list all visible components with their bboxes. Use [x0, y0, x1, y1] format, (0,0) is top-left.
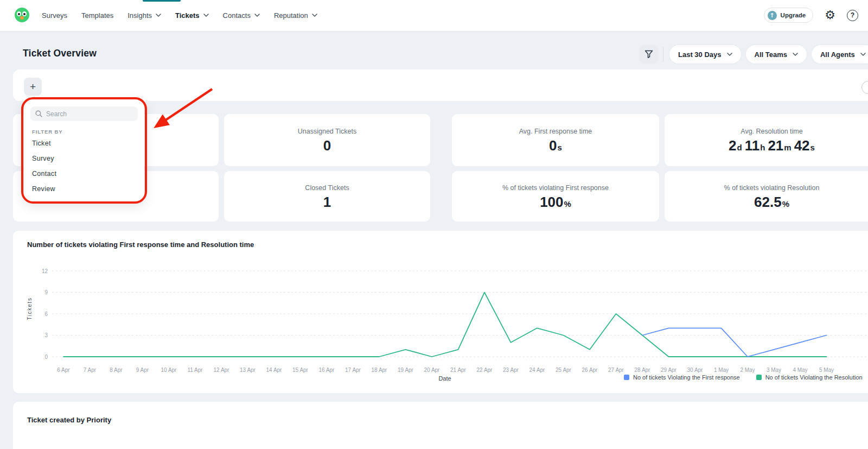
filter-option-ticket[interactable]: Ticket [30, 136, 138, 151]
primary-nav: SurveysTemplatesInsightsTicketsContactsR… [42, 0, 317, 30]
chevron-down-icon [793, 53, 798, 56]
add-widget-button[interactable]: + [24, 78, 42, 96]
priority-chart-title: Ticket created by Priority [27, 416, 111, 424]
svg-text:12: 12 [42, 268, 48, 274]
priority-chart-card: Ticket created by Priority [13, 402, 868, 449]
chevron-down-icon [727, 53, 732, 56]
legend-swatch [624, 375, 629, 380]
svg-text:13 Apr: 13 Apr [240, 367, 256, 373]
header-filter-dropdowns: Last 30 DaysAll TeamsAll Agents [669, 45, 868, 64]
upgrade-arrow-icon: ↑ [768, 11, 777, 20]
stat-value: 0 [323, 138, 331, 153]
svg-text:28 Apr: 28 Apr [635, 367, 651, 373]
stat-value: 62.5% [754, 195, 789, 209]
pill-label: All Agents [820, 50, 855, 59]
logo-eye [17, 11, 21, 16]
svg-text:29 Apr: 29 Apr [661, 367, 677, 373]
nav-item-reputation[interactable]: Reputation [274, 11, 317, 20]
legend-item: No of tickets Violating the Resolution [756, 374, 863, 381]
svg-text:0: 0 [44, 354, 48, 360]
stat-card-avg-first-response-time: Avg. First response time0s [452, 114, 659, 166]
stat-card-of-tickets-violating-first-response: % of tickets violating First response100… [452, 171, 659, 222]
upgrade-button[interactable]: ↑ Upgrade [764, 8, 814, 23]
filter-dropdown-all-teams[interactable]: All Teams [746, 45, 807, 64]
stat-card-of-tickets-violating-resolution: % of tickets violating Resolution62.5% [665, 171, 868, 222]
funnel-icon [644, 50, 653, 59]
svg-text:17 Apr: 17 Apr [345, 367, 361, 373]
svg-text:27 Apr: 27 Apr [608, 367, 624, 373]
svg-text:9: 9 [44, 289, 48, 295]
nav-item-label: Tickets [175, 11, 200, 20]
nav-item-label: Insights [127, 11, 152, 20]
clipped-circle-icon[interactable] [861, 81, 868, 94]
svg-text:18 Apr: 18 Apr [372, 367, 388, 373]
legend-item: No of tickets Violating the First respon… [624, 374, 740, 381]
svg-text:6 Apr: 6 Apr [57, 367, 70, 373]
popover-search [30, 106, 138, 121]
nav-item-label: Surveys [42, 11, 67, 20]
svg-text:8 Apr: 8 Apr [110, 367, 123, 373]
chevron-down-icon [254, 14, 260, 17]
page-title: Ticket Overview [23, 48, 97, 59]
filter-funnel-button[interactable] [640, 45, 658, 64]
chevron-down-icon [156, 14, 161, 17]
filter-option-review[interactable]: Review [30, 181, 138, 197]
svg-text:16 Apr: 16 Apr [319, 367, 335, 373]
pill-label: Last 30 Days [678, 50, 722, 59]
stat-value: 1 [323, 195, 331, 209]
svg-text:20 Apr: 20 Apr [424, 367, 441, 373]
pill-label: All Teams [755, 50, 787, 59]
filter-dropdown-all-agents[interactable]: All Agents [812, 45, 868, 64]
svg-text:25 Apr: 25 Apr [556, 367, 572, 373]
svg-text:3 May: 3 May [767, 367, 781, 373]
svg-text:23 Apr: 23 Apr [503, 367, 519, 373]
svg-text:3: 3 [44, 332, 48, 338]
filter-option-contact[interactable]: Contact [30, 166, 138, 181]
logo-beak [20, 16, 24, 20]
legend-label: No of tickets Violating the First respon… [633, 374, 740, 381]
upgrade-label: Upgrade [781, 12, 806, 18]
chart-x-axis-label: Date [412, 375, 477, 382]
chart-title: Number of tickets violating First respon… [27, 241, 254, 249]
legend-label: No of tickets Violating the Resolution [765, 374, 863, 381]
chart-y-axis-label: Tickets [27, 287, 33, 331]
filter-options: TicketSurveyContactReview [30, 136, 138, 197]
stat-label: Avg. Resolution time [741, 128, 802, 135]
stat-label: % of tickets violating First response [502, 184, 609, 192]
filter-option-survey[interactable]: Survey [30, 151, 138, 166]
nav-item-insights[interactable]: Insights [127, 11, 161, 20]
legend-swatch [756, 375, 762, 380]
chevron-down-icon [203, 14, 209, 17]
stat-value: 2d11h21m42s [729, 138, 815, 153]
nav-item-contacts[interactable]: Contacts [223, 11, 260, 20]
nav-item-surveys[interactable]: Surveys [42, 11, 67, 20]
filter-by-heading: FILTER BY [32, 129, 138, 135]
logo-eye [22, 11, 27, 16]
svg-text:6: 6 [44, 311, 48, 317]
svg-text:11 Apr: 11 Apr [187, 367, 203, 373]
svg-text:21 Apr: 21 Apr [450, 367, 467, 373]
svg-text:24 Apr: 24 Apr [529, 367, 546, 373]
search-input[interactable] [30, 106, 138, 121]
nav-item-tickets[interactable]: Tickets [175, 11, 209, 20]
svg-text:4 May: 4 May [793, 367, 807, 373]
svg-text:14 Apr: 14 Apr [266, 367, 283, 373]
stat-label: Avg. First response time [519, 128, 592, 135]
svg-text:7 Apr: 7 Apr [84, 367, 97, 373]
svg-text:10 Apr: 10 Apr [161, 367, 177, 373]
violations-chart-card: Number of tickets violating First respon… [13, 231, 868, 393]
svg-text:30 Apr: 30 Apr [687, 367, 704, 373]
nav-item-label: Templates [81, 11, 113, 20]
search-icon [35, 110, 42, 117]
chevron-down-icon [860, 53, 866, 56]
topbar-actions: ↑ Upgrade ⚙ ? [764, 0, 858, 30]
nav-item-label: Reputation [274, 11, 308, 20]
filter-dropdown-last-30-days[interactable]: Last 30 Days [669, 45, 741, 64]
svg-text:5 May: 5 May [819, 367, 834, 373]
app-logo[interactable] [15, 8, 29, 22]
chevron-down-icon [312, 14, 317, 17]
nav-item-templates[interactable]: Templates [81, 11, 113, 20]
help-icon[interactable]: ? [847, 10, 858, 21]
settings-gear-icon[interactable]: ⚙ [825, 9, 835, 21]
stat-label: % of tickets violating Resolution [724, 184, 820, 192]
